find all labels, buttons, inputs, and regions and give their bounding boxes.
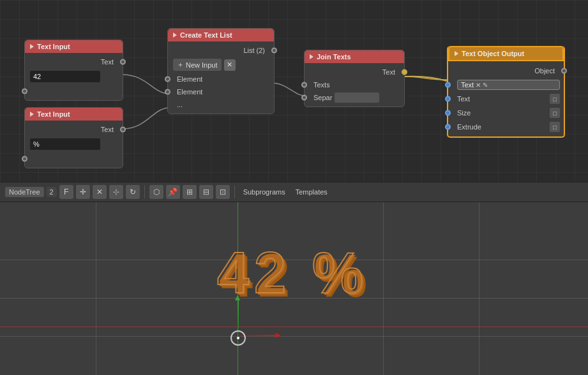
text-input-2-text-label: Text [101, 126, 114, 133]
texts-input-socket[interactable] [301, 82, 307, 88]
size-prop-label: Size [457, 109, 547, 117]
text-input-socket-2[interactable] [22, 156, 27, 162]
subprograms-button[interactable]: Subprograms [239, 187, 289, 197]
pin-button[interactable]: 📌 [166, 185, 180, 199]
text-input-1-text-label: Text [101, 58, 114, 66]
list-output-socket[interactable] [271, 48, 277, 54]
separ-input-field[interactable] [335, 92, 379, 103]
element-1-label: Element [177, 75, 202, 83]
size-prop-btn[interactable]: □ [550, 108, 560, 118]
orbit-button[interactable]: ↻ [126, 185, 140, 199]
text-output-socket-1[interactable] [120, 59, 126, 65]
output-object-label: Object [534, 67, 555, 75]
join-text-label: Text [382, 68, 395, 76]
size-prop-socket[interactable] [445, 110, 451, 116]
extrude-prop-socket[interactable] [445, 124, 451, 130]
join-text-output-socket[interactable] [402, 70, 407, 75]
y-axis-arrow [237, 297, 239, 328]
create-list-title: Create Text List [180, 31, 232, 39]
grid-line-v1 [96, 202, 96, 375]
3d-viewport: 42 % [0, 202, 588, 375]
join-title: Join Texts [317, 53, 351, 61]
grid-line-x-axis [0, 327, 588, 327]
text-input-1-field[interactable] [30, 71, 100, 82]
collapse-icon-1[interactable] [30, 44, 34, 49]
text-input-node-1: Text Input Text [24, 40, 123, 101]
separ-label: Separ [313, 94, 332, 101]
x-icon: ✕ [227, 61, 232, 69]
collapse-icon-5[interactable] [455, 51, 458, 56]
text-chip-close-btn[interactable]: ✕ [476, 82, 481, 89]
new-input-label: New Input [186, 61, 218, 69]
extra-icon: ⊡ [220, 188, 226, 196]
join-header: Join Texts [305, 50, 404, 63]
add-node-button[interactable]: ✛ [76, 185, 90, 199]
node-editor: Text Input Text Text Input Text [0, 0, 588, 182]
element-2-label: Element [177, 88, 202, 96]
text-output-socket-2[interactable] [120, 127, 126, 133]
origin-crosshair [229, 328, 248, 348]
x-toolbar-icon: ✕ [96, 188, 103, 196]
text-input-1-title: Text Input [37, 43, 70, 50]
extra-button[interactable]: ⊡ [216, 185, 230, 199]
text-prop-btn[interactable]: □ [550, 94, 560, 104]
x-axis-arrowhead [276, 333, 281, 338]
templates-button[interactable]: Templates [292, 187, 331, 197]
grid-line-h3 [0, 336, 588, 337]
crosshair-dot [237, 337, 239, 339]
plus-icon: ＋ [177, 60, 184, 70]
cancel-button[interactable]: ✕ [93, 185, 107, 199]
f-button[interactable]: F [59, 185, 73, 199]
pin-icon: 📌 [168, 188, 177, 196]
grid-line-v3 [479, 202, 479, 375]
join-texts-node: Join Texts Text Texts Separ [304, 50, 405, 107]
output-header: Text Object Output [448, 46, 564, 61]
collapse-icon-4[interactable] [310, 54, 313, 59]
extrude-prop-label: Extrude [457, 123, 547, 131]
create-text-list-node: Create Text List List (2) ＋ New Input ✕ … [167, 28, 275, 114]
create-list-header: Create Text List [168, 29, 274, 41]
layout-button[interactable]: ⊞ [183, 185, 197, 199]
node-icon: ⬡ [153, 188, 160, 196]
text-chip-edit-btn[interactable]: ✎ [483, 82, 488, 89]
f-icon: F [64, 188, 68, 196]
object-output-socket[interactable] [561, 68, 567, 74]
plus-cross-icon: ✛ [80, 188, 86, 196]
output-title: Text Object Output [462, 50, 524, 57]
collapse-icon-2[interactable] [30, 112, 34, 117]
text-prop-socket[interactable] [445, 96, 451, 102]
text-input-socket-output[interactable] [445, 82, 451, 88]
new-input-button[interactable]: ＋ New Input [173, 59, 222, 71]
grid-line-v2 [383, 202, 384, 375]
text-input-node-2: Text Input Text [24, 107, 123, 168]
y-axis-arrowhead [235, 295, 240, 300]
texts-label: Texts [313, 81, 330, 89]
text-input-2-title: Text Input [37, 110, 70, 118]
node-tree-label: NodeTree [5, 187, 44, 197]
layout-icon: ⊞ [186, 188, 193, 196]
collapse-icon-3[interactable] [173, 33, 177, 38]
node-editor-toolbar: NodeTree 2 F ✛ ✕ ⊹ ↻ ⬡ 📌 ⊞ ⊟ ⊡ Subprogra… [0, 182, 588, 202]
element-1-socket[interactable] [165, 77, 170, 82]
element-2-socket[interactable] [165, 89, 170, 95]
toolbar-sep-2 [234, 186, 235, 198]
grid-button[interactable]: ⊟ [199, 185, 213, 199]
snap-icon: ⊹ [113, 188, 119, 196]
more-label: ... [177, 101, 183, 108]
text-object-output-node: Text Object Output Object Text ✕ ✎ Text … [447, 46, 565, 138]
node-btn[interactable]: ⬡ [149, 185, 163, 199]
text-chip-label: Text [461, 81, 474, 89]
close-list-button[interactable]: ✕ [224, 59, 236, 71]
text-input-2-field[interactable] [30, 138, 100, 150]
text-input-2-header: Text Input [25, 108, 123, 121]
list-label: List (2) [243, 47, 265, 54]
crosshair-ring [230, 330, 246, 346]
grid-icon: ⊟ [203, 188, 209, 196]
tree-num[interactable]: 2 [47, 187, 57, 197]
separ-input-socket[interactable] [301, 95, 307, 101]
toolbar-sep-1 [144, 186, 145, 198]
extrude-prop-btn[interactable]: □ [550, 122, 560, 132]
text-input-socket-1[interactable] [22, 89, 27, 94]
snap-button[interactable]: ⊹ [109, 185, 123, 199]
orbit-icon: ↻ [130, 188, 136, 196]
